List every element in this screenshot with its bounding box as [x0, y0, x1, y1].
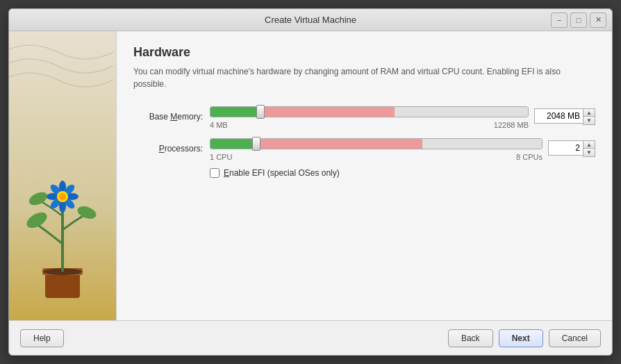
processors-spinbox[interactable]: ▲ ▼ [548, 140, 595, 157]
processors-spinbox-buttons: ▲ ▼ [583, 140, 595, 157]
base-memory-thumb[interactable] [256, 105, 265, 119]
processors-label: Processors: [133, 144, 210, 154]
base-memory-spinbox[interactable]: ▲ ▼ [534, 108, 595, 125]
base-memory-labels: 4 MB 12288 MB [210, 121, 529, 129]
processors-input[interactable] [548, 140, 583, 156]
cancel-button[interactable]: Cancel [549, 329, 601, 347]
svg-point-17 [59, 193, 66, 200]
base-memory-label: Base Memory: [133, 112, 210, 122]
svg-rect-0 [45, 272, 80, 298]
section-title: Hardware [133, 45, 595, 60]
processors-red [257, 139, 423, 149]
processors-labels: 1 CPU 8 CPUs [210, 153, 543, 161]
base-memory-row: Base Memory: 4 MB 12288 MB [133, 104, 595, 129]
titlebar: Create Virtual Machine − □ ✕ [9, 9, 612, 31]
base-memory-slider-container: 4 MB 12288 MB [210, 104, 529, 129]
processors-increment[interactable]: ▲ [583, 141, 595, 149]
base-memory-max-label: 12288 MB [494, 121, 529, 129]
processors-green [210, 139, 257, 149]
footer: Help Back Next Cancel [9, 320, 612, 355]
base-memory-increment[interactable]: ▲ [583, 109, 595, 117]
section-description: You can modify virtual machine's hardwar… [133, 65, 595, 90]
content-area: Hardware You can modify virtual machine'… [9, 31, 612, 320]
base-memory-red [261, 107, 395, 117]
base-memory-slider-wrapper[interactable] [210, 104, 529, 119]
base-memory-gray [395, 107, 528, 117]
sidebar-art [9, 31, 116, 320]
main-content: Hardware You can modify virtual machine'… [117, 31, 612, 320]
minimize-button[interactable]: − [551, 13, 568, 28]
footer-left: Help [20, 329, 448, 347]
titlebar-controls: − □ ✕ [551, 13, 606, 28]
enable-efi-checkbox[interactable] [210, 168, 220, 178]
processors-decrement[interactable]: ▼ [583, 149, 595, 156]
processors-min-label: 1 CPU [210, 153, 232, 161]
window-title: Create Virtual Machine [265, 15, 356, 25]
back-button[interactable]: Back [448, 329, 493, 347]
base-memory-input[interactable] [534, 108, 583, 124]
processors-slider-container: 1 CPU 8 CPUs [210, 136, 543, 161]
close-button[interactable]: ✕ [590, 13, 606, 28]
processors-thumb[interactable] [252, 137, 260, 151]
form-area: Base Memory: 4 MB 12288 MB [133, 104, 595, 309]
restore-button[interactable]: □ [570, 13, 587, 28]
base-memory-decrement[interactable]: ▼ [583, 117, 595, 124]
base-memory-min-label: 4 MB [210, 121, 228, 129]
processors-max-label: 8 CPUs [516, 153, 543, 161]
main-window: Create Virtual Machine − □ ✕ [8, 8, 613, 356]
processors-row: Processors: 1 CPU 8 CPUs [133, 136, 595, 161]
next-button[interactable]: Next [499, 329, 543, 347]
help-button[interactable]: Help [20, 329, 64, 347]
enable-efi-label[interactable]: Enable EFI (special OSes only) [224, 168, 340, 178]
footer-right: Back Next Cancel [448, 329, 601, 347]
enable-efi-row: Enable EFI (special OSes only) [210, 168, 595, 178]
processors-slider-wrapper[interactable] [210, 136, 543, 151]
base-memory-spinbox-buttons: ▲ ▼ [583, 108, 595, 125]
sidebar [9, 31, 117, 320]
base-memory-green [210, 107, 261, 117]
plant-illustration [24, 154, 101, 306]
processors-gray [422, 139, 542, 149]
svg-point-4 [24, 209, 49, 231]
